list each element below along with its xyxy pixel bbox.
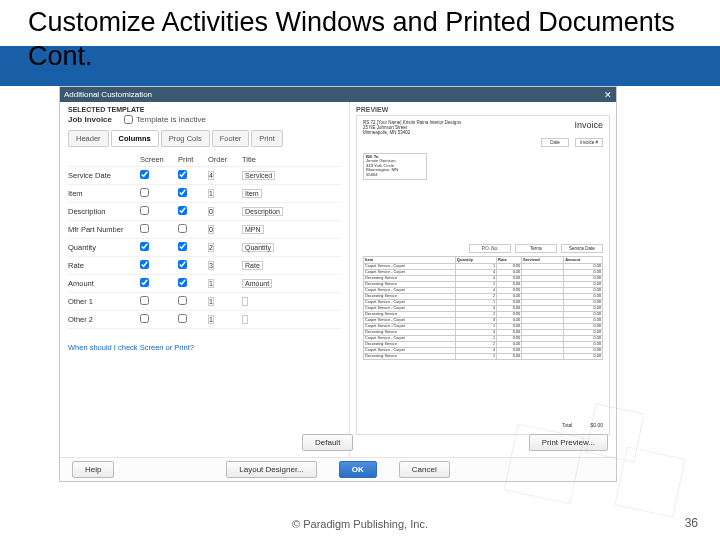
slide-title: Customize Activities Windows and Printed… xyxy=(28,6,720,74)
order-input[interactable]: 1 xyxy=(208,189,214,198)
meta-date: Date xyxy=(541,138,569,147)
print-checkbox[interactable] xyxy=(178,314,187,323)
title-input[interactable]: MPN xyxy=(242,225,264,234)
default-button[interactable]: Default xyxy=(302,434,353,451)
column-name: Other 2 xyxy=(68,315,140,324)
terms-box: Terms xyxy=(515,244,557,253)
context-row: P.O. No. Terms Service Date xyxy=(363,244,603,253)
line-items-table: Item Quantity Rate Serviced Amount Carpe… xyxy=(363,256,603,360)
column-name: Item xyxy=(68,189,140,198)
selected-template-label: SELECTED TEMPLATE xyxy=(68,106,341,113)
screen-checkbox[interactable] xyxy=(140,242,149,251)
tab-bar: Header Columns Prog Cols Footer Print xyxy=(68,130,341,147)
title-input[interactable]: Serviced xyxy=(242,171,275,180)
column-name: Service Date xyxy=(68,171,140,180)
tab-columns[interactable]: Columns xyxy=(111,130,159,147)
tab-footer[interactable]: Footer xyxy=(212,130,250,147)
column-name: Other 1 xyxy=(68,297,140,306)
print-checkbox[interactable] xyxy=(178,206,187,215)
order-input[interactable]: 0 xyxy=(208,225,214,234)
title-input[interactable]: Item xyxy=(242,189,262,198)
print-checkbox[interactable] xyxy=(178,278,187,287)
order-input[interactable]: 3 xyxy=(208,261,214,270)
invoice-preview: RS 72 [Your Name] Kristin Raina Interior… xyxy=(356,115,610,435)
layout-designer-button[interactable]: Layout Designer... xyxy=(226,461,316,478)
deco-cubes xyxy=(500,390,710,530)
screen-checkbox[interactable] xyxy=(140,260,149,269)
close-icon[interactable]: ✕ xyxy=(604,90,612,100)
order-input[interactable]: 1 xyxy=(208,279,214,288)
title-input[interactable]: Description xyxy=(242,207,283,216)
screen-checkbox[interactable] xyxy=(140,206,149,215)
order-input[interactable]: 2 xyxy=(208,243,214,252)
column-name: Rate xyxy=(68,261,140,270)
title-input[interactable]: Rate xyxy=(242,261,263,270)
service-date-box: Service Date xyxy=(561,244,603,253)
screen-checkbox[interactable] xyxy=(140,296,149,305)
ok-button[interactable]: OK xyxy=(339,461,377,478)
meta-invoice-no: Invoice # xyxy=(575,138,603,147)
col-header-order: Order xyxy=(208,155,242,164)
column-config-row: Amount1Amount xyxy=(68,275,341,293)
template-inactive-checkbox[interactable] xyxy=(124,115,133,124)
order-input[interactable]: 1 xyxy=(208,315,214,324)
column-config-row: Item1Item xyxy=(68,185,341,203)
column-name: Description xyxy=(68,207,140,216)
print-checkbox[interactable] xyxy=(178,224,187,233)
column-config-row: Mfr Part Number0MPN xyxy=(68,221,341,239)
column-name: Mfr Part Number xyxy=(68,225,140,234)
print-checkbox[interactable] xyxy=(178,188,187,197)
template-inactive-label: Template is inactive xyxy=(136,115,206,124)
dialog-titlebar: Additional Customization ✕ xyxy=(60,87,616,102)
columns-header-row: Screen Print Order Title xyxy=(68,153,341,167)
th-item: Item xyxy=(364,256,456,263)
tab-print[interactable]: Print xyxy=(251,130,282,147)
column-config-row: Rate3Rate xyxy=(68,257,341,275)
col-header-title: Title xyxy=(242,155,341,164)
th-amount: Amount xyxy=(564,256,603,263)
col-header-print: Print xyxy=(178,155,208,164)
screen-checkbox[interactable] xyxy=(140,224,149,233)
cancel-button[interactable]: Cancel xyxy=(399,461,450,478)
company-line: Minneapolis, MN 53402 xyxy=(363,130,461,135)
invoice-title: Invoice xyxy=(574,120,603,136)
po-box: P.O. No. xyxy=(469,244,511,253)
title-input[interactable]: Amount xyxy=(242,279,272,288)
print-checkbox[interactable] xyxy=(178,296,187,305)
tab-prog-cols[interactable]: Prog Cols xyxy=(161,130,210,147)
column-config-row: Service Date4Serviced xyxy=(68,167,341,185)
tab-header[interactable]: Header xyxy=(68,130,109,147)
preview-label: PREVIEW xyxy=(356,106,610,113)
print-checkbox[interactable] xyxy=(178,242,187,251)
dialog-title: Additional Customization xyxy=(64,90,152,99)
help-link-screen-print[interactable]: When should I check Screen or Print? xyxy=(68,343,341,352)
screen-checkbox[interactable] xyxy=(140,314,149,323)
bill-to-box: Bill To Jennie Garrison 333 York Circle … xyxy=(363,153,427,180)
screen-checkbox[interactable] xyxy=(140,278,149,287)
title-input[interactable] xyxy=(242,297,248,306)
print-checkbox[interactable] xyxy=(178,170,187,179)
title-input[interactable]: Quantity xyxy=(242,243,274,252)
col-header-screen: Screen xyxy=(140,155,178,164)
column-config-row: Other 11 xyxy=(68,293,341,311)
column-name: Amount xyxy=(68,279,140,288)
column-config-row: Other 21 xyxy=(68,311,341,329)
order-input[interactable]: 1 xyxy=(208,297,214,306)
template-name: Job Invoice xyxy=(68,115,112,124)
order-input[interactable]: 4 xyxy=(208,171,214,180)
bill-to-line: 55604 xyxy=(366,173,424,178)
table-row: Decorating Service10.000.00 xyxy=(364,353,603,359)
print-checkbox[interactable] xyxy=(178,260,187,269)
th-serviced: Serviced xyxy=(522,256,564,263)
th-rate: Rate xyxy=(497,256,522,263)
th-qty: Quantity xyxy=(455,256,496,263)
order-input[interactable]: 0 xyxy=(208,207,214,216)
screen-checkbox[interactable] xyxy=(140,188,149,197)
settings-pane: SELECTED TEMPLATE Job Invoice Template i… xyxy=(60,102,350,457)
screen-checkbox[interactable] xyxy=(140,170,149,179)
column-config-row: Quantity2Quantity xyxy=(68,239,341,257)
column-name: Quantity xyxy=(68,243,140,252)
help-button[interactable]: Help xyxy=(72,461,114,478)
column-config-row: Description0Description xyxy=(68,203,341,221)
title-input[interactable] xyxy=(242,315,248,324)
